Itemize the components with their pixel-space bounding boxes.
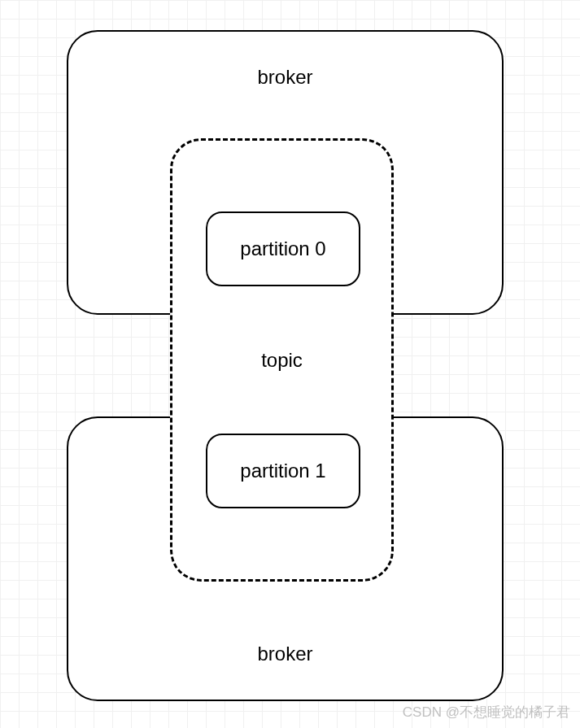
- architecture-diagram: broker broker topic partition 0 partitio…: [0, 0, 580, 728]
- topic-box: topic: [170, 138, 394, 582]
- partition-0-box: partition 0: [206, 211, 360, 286]
- broker-top-label: broker: [257, 66, 312, 89]
- partition-0-label: partition 0: [240, 238, 325, 260]
- watermark-text: CSDN @不想睡觉的橘子君: [403, 703, 570, 721]
- broker-bottom-label: broker: [257, 643, 312, 665]
- topic-label: topic: [172, 349, 391, 372]
- partition-1-label: partition 1: [240, 460, 325, 482]
- partition-1-box: partition 1: [206, 434, 360, 508]
